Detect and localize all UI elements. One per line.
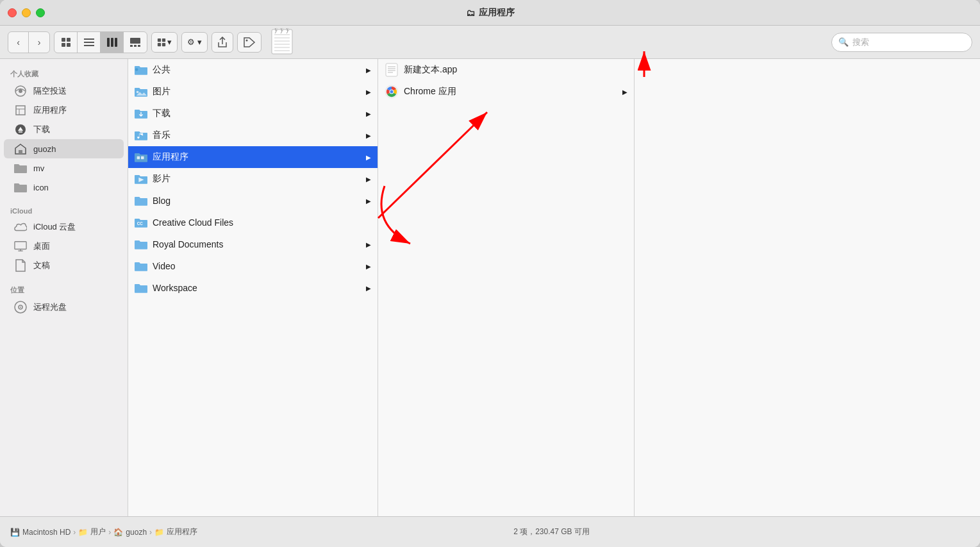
svg-rect-9: [115, 38, 117, 47]
forward-button[interactable]: ›: [29, 32, 49, 53]
grid-view-button[interactable]: [54, 32, 78, 53]
folder-public-icon: [135, 65, 147, 75]
sidebar-item-airdrop[interactable]: 隔空投送: [4, 81, 124, 101]
remote-disc-label: 远程光盘: [33, 301, 67, 313]
content-area: 公共 ▶ 图片 ▶: [128, 59, 980, 516]
folder-applications[interactable]: 应用程序 ▶: [128, 146, 378, 168]
search-box[interactable]: 🔍 搜索: [831, 33, 972, 52]
folder-blog[interactable]: Blog ▶: [128, 190, 378, 212]
icloud-section-label: iCloud: [0, 203, 128, 217]
svg-rect-1: [67, 38, 71, 42]
view-buttons: [54, 31, 147, 53]
svg-rect-5: [84, 42, 94, 43]
share-button[interactable]: [212, 32, 233, 53]
svg-rect-6: [84, 45, 94, 46]
close-button[interactable]: [8, 8, 17, 17]
back-icon: ‹: [17, 37, 20, 47]
folder-video-icon: [135, 261, 147, 271]
svg-point-42: [137, 91, 139, 94]
column-1: 公共 ▶ 图片 ▶: [128, 59, 378, 516]
toolbar: ‹ ›: [0, 26, 980, 59]
sidebar-item-documents[interactable]: 文稿: [4, 256, 124, 275]
sidebar-item-mv[interactable]: mv: [4, 158, 124, 178]
app-chrome[interactable]: Chrome 应用 ▶: [378, 81, 634, 103]
column-3: [635, 59, 980, 516]
folder-movies[interactable]: 影片 ▶: [128, 168, 378, 190]
search-placeholder: 搜索: [852, 37, 869, 48]
sidebar-item-downloads[interactable]: 下载: [4, 120, 124, 139]
chevron-video: ▶: [366, 263, 371, 270]
group-button[interactable]: ▾: [151, 32, 178, 53]
sidebar-item-remote-disc[interactable]: 远程光盘: [4, 298, 124, 317]
svg-rect-35: [15, 242, 26, 249]
chevron-movies: ▶: [366, 176, 371, 183]
locations-section-label: 位置: [0, 282, 128, 298]
svg-rect-8: [111, 38, 113, 47]
svg-rect-34: [19, 150, 22, 154]
folder-pictures[interactable]: 图片 ▶: [128, 81, 378, 103]
sidebar-item-icloud-drive[interactable]: iCloud 云盘: [4, 217, 124, 237]
minimize-button[interactable]: [22, 8, 31, 17]
sidebar-item-applications[interactable]: 应用程序: [4, 101, 124, 120]
gear-icon: ⚙: [187, 37, 195, 47]
svg-rect-17: [162, 42, 165, 46]
folder-creative-cloud[interactable]: CC Creative Cloud Files: [128, 212, 378, 233]
svg-point-40: [20, 307, 21, 308]
window-title: 🗂 应用程序: [466, 7, 515, 19]
new-text-app-icon: [385, 63, 399, 77]
nav-buttons: ‹ ›: [8, 31, 50, 53]
tag-icon: [243, 37, 256, 48]
folder-royal-docs-icon: [135, 239, 147, 249]
personal-section-label: 个人收藏: [0, 65, 128, 81]
downloads-icon: [14, 123, 27, 136]
breadcrumb-guozh-label: guozh: [126, 528, 147, 537]
folder-music[interactable]: 音乐 ▶: [128, 124, 378, 146]
breadcrumb: 💾 Macintosh HD › 📁 用户 › 🏠 guozh › 📁 应用程序: [10, 526, 197, 537]
sidebar-item-desktop[interactable]: 桌面: [4, 237, 124, 256]
sidebar-item-guozh[interactable]: guozh: [4, 139, 124, 158]
action-button[interactable]: ⚙ ▾: [181, 32, 208, 53]
icloud-icon: [14, 221, 27, 233]
folder-movies-icon: [135, 174, 147, 184]
svg-rect-47: [386, 63, 397, 76]
svg-point-18: [246, 39, 248, 41]
maximize-button[interactable]: [36, 8, 45, 17]
tag-button[interactable]: [237, 32, 262, 53]
folder-pictures-icon: [135, 87, 147, 97]
breadcrumb-hd-label: Macintosh HD: [22, 528, 71, 537]
folder-applications-icon: [135, 152, 147, 162]
chevron-chrome: ▶: [622, 88, 627, 96]
forward-icon: ›: [38, 37, 41, 47]
svg-rect-7: [107, 38, 110, 47]
breadcrumb-users-label: 用户: [90, 526, 106, 537]
traffic-lights: [8, 8, 45, 17]
column-icon: [107, 38, 117, 47]
column-view-button[interactable]: [101, 32, 124, 53]
grid-icon: [61, 37, 71, 47]
share-icon: [217, 37, 228, 48]
folder-workspace[interactable]: Workspace ▶: [128, 277, 378, 299]
folder-video[interactable]: Video ▶: [128, 255, 378, 277]
chevron-music: ▶: [366, 132, 371, 139]
desktop-icon: [14, 240, 27, 253]
svg-rect-33: [19, 131, 22, 133]
disc-icon: [14, 301, 27, 314]
svg-point-41: [135, 68, 138, 71]
back-button[interactable]: ‹: [8, 32, 29, 53]
folder-downloads[interactable]: 下载 ▶: [128, 103, 378, 124]
gallery-view-button[interactable]: [124, 32, 147, 53]
folder-public[interactable]: 公共 ▶: [128, 59, 378, 81]
group-icon: [157, 38, 166, 47]
breadcrumb-apps-icon: 📁: [154, 528, 164, 537]
svg-rect-14: [158, 38, 161, 41]
sidebar-item-icon[interactable]: icon: [4, 178, 124, 197]
app-new-text[interactable]: 新建文本.app: [378, 59, 634, 81]
dropdown-arrow: ▾: [167, 37, 172, 47]
desktop-label: 桌面: [33, 240, 50, 252]
svg-rect-2: [62, 43, 65, 47]
icon-folder-icon: [14, 181, 27, 194]
mv-folder-icon: [14, 162, 27, 174]
folder-royal-docs[interactable]: Royal Documents ▶: [128, 233, 378, 255]
svg-point-30: [19, 89, 22, 93]
list-view-button[interactable]: [78, 32, 101, 53]
